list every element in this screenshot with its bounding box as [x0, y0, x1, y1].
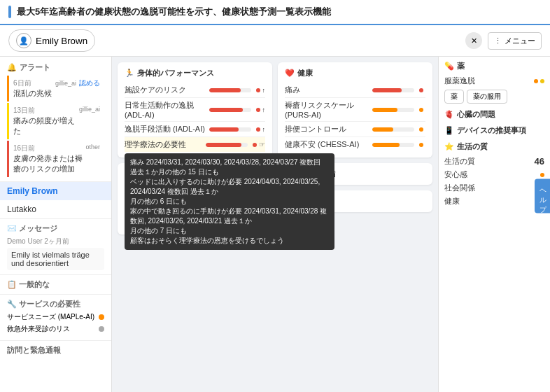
left-sidebar: 🔔 アラート 6日前 混乱の兆候 gillie_ai 認める	[0, 57, 112, 392]
med-btn-1[interactable]: 薬	[444, 90, 464, 104]
menu-label: メニュー	[505, 36, 535, 46]
physical-icon: 🏃	[125, 69, 134, 78]
med-dot-yellow	[540, 79, 544, 83]
patient-name-label: Emily Brown	[36, 36, 87, 46]
patient-list-item-emily[interactable]: Emily Brown	[0, 182, 111, 200]
message-icon: ✉️	[7, 224, 17, 232]
header-actions: ✕ ⋮ メニュー	[465, 32, 542, 50]
health-bar-1	[372, 108, 414, 112]
health-dot-2	[419, 127, 423, 132]
health-row-3[interactable]: 健康不安 (CHESS-AI)	[285, 137, 425, 152]
heart-icon: 🫀	[444, 110, 454, 119]
health-bar-0	[372, 88, 414, 92]
health-card: ❤️ 健康 痛み 褥瘡リスクスケール (PURS-AI)	[278, 62, 432, 158]
patient-list-item-lutakko[interactable]: Lutakko	[0, 200, 111, 218]
service-dot-0	[99, 314, 104, 320]
alert-item[interactable]: 16日前 皮膚の発赤または褥瘡のリスクの増加 other	[7, 141, 104, 177]
alert-item[interactable]: 13日前 痛みの頻度が増えた gillie_ai	[7, 103, 104, 139]
alerts-section: 🔔 アラート 6日前 混乱の兆候 gillie_ai 認める	[0, 57, 111, 181]
health-fill-1	[372, 108, 397, 112]
message-sender: Demo User 2ヶ月前	[7, 237, 104, 246]
progress-bar-1	[209, 108, 251, 112]
status-dot-0	[256, 88, 260, 92]
progress-bar-2	[209, 127, 251, 132]
arrow-icon-2: ↑	[262, 126, 266, 133]
quality-dot-1	[540, 173, 544, 177]
progress-fill-3	[206, 143, 241, 147]
service-item-0[interactable]: サービスニーズ (MAPLe-AI)	[7, 312, 104, 322]
health-fill-0	[372, 88, 402, 92]
health-dot-3	[419, 143, 423, 147]
health-fill-3	[372, 143, 400, 147]
alert-item[interactable]: 6日前 混乱の兆候 gillie_ai 認める	[7, 76, 104, 102]
progress-fill-0	[209, 88, 241, 92]
service-dot-1	[99, 326, 104, 332]
search-button[interactable]: ✕	[465, 32, 482, 49]
accent-bar	[8, 6, 11, 18]
physical-row-0[interactable]: 施設ケアのリスク ↑	[125, 83, 265, 98]
health-row-0[interactable]: 痛み	[285, 83, 425, 98]
health-dot-0	[419, 88, 423, 92]
alerts-title: 🔔 アラート	[7, 62, 104, 73]
arrow-icon-1: ↑	[262, 106, 266, 113]
avatar: 👤	[16, 33, 31, 48]
main-layout: 🔔 アラート 6日前 混乱の兆候 gillie_ai 認める	[0, 57, 550, 392]
health-dot-1	[419, 108, 423, 112]
health-bar-2	[372, 127, 414, 132]
service-item-1[interactable]: 救急外来受診のリス	[7, 324, 104, 334]
action-0[interactable]: 認める	[79, 78, 100, 88]
physical-row-2[interactable]: 逸脱手段活動 (IADL-AI) ↑	[125, 122, 265, 137]
med-btn-2[interactable]: 薬の服用	[467, 90, 507, 104]
quality-row-3[interactable]: 健康	[444, 195, 544, 208]
quality-row-2[interactable]: 社会関係	[444, 181, 544, 195]
progress-fill-2	[209, 127, 239, 132]
health-bar-3	[372, 143, 414, 147]
progress-fill-1	[209, 108, 243, 112]
patient-header: 👤 Emily Brown ✕ ⋮ メニュー	[0, 25, 550, 57]
status-dot-3	[253, 143, 257, 147]
ai-source-0: gillie_ai	[55, 80, 76, 87]
health-fill-2	[372, 127, 393, 132]
progress-bar-0	[209, 88, 251, 92]
middle-content: 🏃 身体的パフォーマンス 施設ケアのリスク ↑ 日常生活動作の逸脱 (ADL-A…	[112, 57, 438, 392]
health-card-title: ❤️ 健康	[285, 68, 425, 78]
devices-icon: 📱	[444, 126, 454, 135]
health-row-1[interactable]: 褥瘡リスクスケール (PURS-AI)	[285, 98, 425, 122]
heart-card: 🫀 心臓の問題	[444, 109, 544, 120]
medications-title: 💊 薬	[444, 61, 544, 71]
page-title: 最大5年迄高齢者の健康状態の逸脱可能性を示す、健康状態予測一覧表示機能	[17, 6, 331, 18]
quality-score: 46	[535, 156, 544, 167]
emergency-section: 訪問と緊急通報	[0, 340, 111, 360]
alert-icon: 🔔	[7, 63, 17, 72]
devices-card: 📱 デバイスの推奨事項	[444, 125, 544, 136]
status-dot-1	[256, 108, 260, 112]
devices-title: 📱 デバイスの推奨事項	[444, 125, 544, 136]
med-buttons: 薬 薬の服用	[444, 90, 544, 104]
physical-card: 🏃 身体的パフォーマンス 施設ケアのリスク ↑ 日常生活動作の逸脱 (ADL-A…	[118, 62, 272, 158]
med-dot-orange	[534, 79, 538, 83]
general-section: 📋 一般的な	[0, 275, 111, 294]
quality-title: ⭐ 生活の質	[444, 141, 544, 152]
medications-card: 💊 薬 服薬逸脱 薬 薬の服用	[444, 61, 544, 104]
tooltip: 痛み 2024/03/31, 2024/03/30, 2024/03/28, 2…	[125, 153, 334, 250]
physical-card-title: 🏃 身体的パフォーマンス	[125, 68, 265, 78]
menu-dots-icon: ⋮	[494, 36, 502, 46]
physical-row-1[interactable]: 日常生活動作の逸脱 (ADL-AI) ↑	[125, 98, 265, 122]
menu-button[interactable]: ⋮ メニュー	[488, 32, 542, 50]
top-header: 最大5年迄高齢者の健康状態の逸脱可能性を示す、健康状態予測一覧表示機能	[0, 0, 550, 25]
health-row-2[interactable]: 排便コントロール	[285, 122, 425, 137]
physical-row-3[interactable]: 理学療法の必要性 ☞ 痛み 2024/03/31, 2024/03/30, 20…	[125, 137, 265, 152]
quality-icon: ⭐	[444, 142, 454, 151]
ai-source-1: gillie_ai	[79, 106, 100, 113]
med-row: 服薬逸脱	[444, 74, 544, 88]
quality-row-1[interactable]: 安心感	[444, 168, 544, 181]
help-button[interactable]: ヘルプ	[535, 179, 550, 214]
quality-row-0[interactable]: 生活の質 46	[444, 155, 544, 168]
services-section: 🔧 サービスの必要性 サービスニーズ (MAPLe-AI) 救急外来受診のリス	[0, 295, 111, 340]
service-icon: 🔧	[7, 300, 17, 308]
heart-title: 🫀 心臓の問題	[444, 109, 544, 120]
cursor-icon: ☞	[259, 141, 265, 148]
messages-section: ✉️ メッセージ Demo User 2ヶ月前 Emily ist vielma…	[0, 219, 111, 274]
med-icon: 💊	[444, 62, 454, 71]
patient-name-button[interactable]: 👤 Emily Brown	[8, 29, 95, 52]
